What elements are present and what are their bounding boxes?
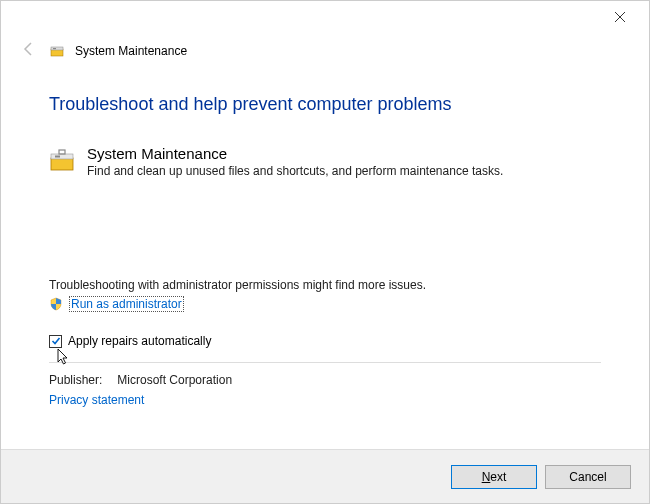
- content-area: Troubleshoot and help prevent computer p…: [1, 70, 649, 449]
- close-button[interactable]: [605, 9, 635, 27]
- hero-title: System Maintenance: [87, 145, 503, 162]
- back-arrow-icon: [21, 41, 37, 57]
- apply-repairs-row: Apply repairs automatically: [49, 334, 601, 358]
- apply-repairs-checkbox[interactable]: [49, 335, 62, 348]
- hero-text: System Maintenance Find and clean up unu…: [87, 145, 503, 178]
- svg-rect-3: [51, 158, 73, 170]
- svg-rect-6: [59, 150, 65, 154]
- page-heading: Troubleshoot and help prevent computer p…: [49, 94, 601, 115]
- footer: Next Cancel: [1, 449, 649, 503]
- system-maintenance-icon: [49, 43, 65, 59]
- privacy-statement-link[interactable]: Privacy statement: [49, 393, 601, 407]
- apply-repairs-label[interactable]: Apply repairs automatically: [68, 334, 211, 348]
- uac-shield-icon: [49, 297, 63, 311]
- admin-hint-text: Troubleshooting with administrator permi…: [49, 278, 601, 292]
- svg-rect-1: [51, 47, 63, 50]
- cursor-icon: [57, 348, 71, 368]
- svg-rect-5: [55, 156, 60, 158]
- run-as-admin-row: Run as administrator: [49, 296, 601, 312]
- cancel-button[interactable]: Cancel: [545, 465, 631, 489]
- troubleshooter-window: System Maintenance Troubleshoot and help…: [0, 0, 650, 504]
- titlebar: [1, 1, 649, 35]
- next-button-rest: ext: [490, 470, 506, 484]
- close-icon: [614, 11, 626, 23]
- run-as-admin-link[interactable]: Run as administrator: [69, 296, 184, 312]
- back-button: [19, 41, 39, 60]
- next-button[interactable]: Next: [451, 465, 537, 489]
- publisher-row: Publisher: Microsoft Corporation: [49, 373, 601, 387]
- check-icon: [51, 336, 61, 346]
- svg-rect-2: [53, 48, 56, 49]
- troubleshooter-hero: System Maintenance Find and clean up unu…: [49, 145, 601, 178]
- publisher-value: Microsoft Corporation: [117, 373, 232, 387]
- publisher-label: Publisher:: [49, 373, 114, 387]
- hero-description: Find and clean up unused files and short…: [87, 164, 503, 178]
- svg-rect-4: [51, 154, 73, 159]
- window-title: System Maintenance: [75, 44, 187, 58]
- divider: [49, 362, 601, 363]
- toolbox-icon: [49, 147, 75, 173]
- header-row: System Maintenance: [1, 35, 649, 70]
